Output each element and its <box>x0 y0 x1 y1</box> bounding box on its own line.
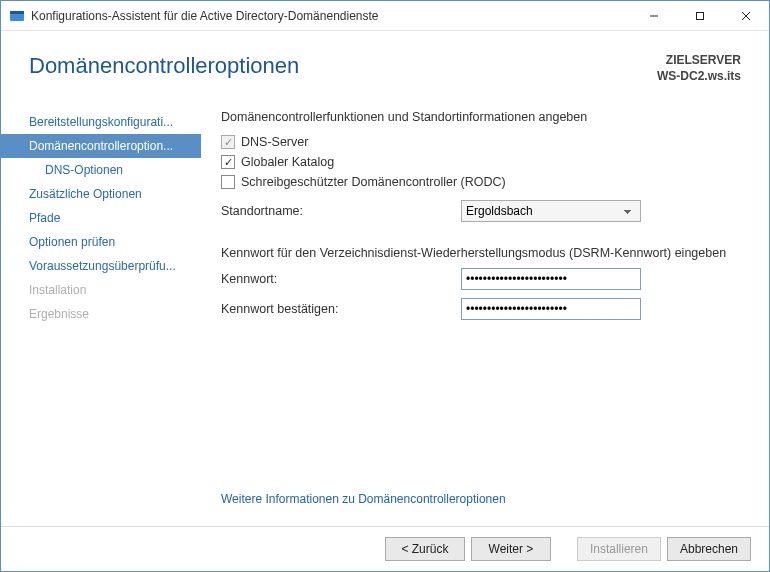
nav-item-results: Ergebnisse <box>1 302 201 326</box>
site-select[interactable]: Ergoldsbach <box>461 200 641 222</box>
dsrm-heading: Kennwort für den Verzeichnisdienst-Wiede… <box>221 246 745 260</box>
svg-rect-3 <box>697 12 704 19</box>
section-heading: Domänencontrollerfunktionen und Standort… <box>221 110 745 124</box>
minimize-button[interactable] <box>631 1 677 30</box>
nav-item-review-options[interactable]: Optionen prüfen <box>1 230 201 254</box>
nav-item-deployment-config[interactable]: Bereitstellungskonfigurati... <box>1 110 201 134</box>
nav-item-paths[interactable]: Pfade <box>1 206 201 230</box>
target-server-block: ZIELSERVER WS-DC2.ws.its <box>657 53 741 84</box>
password-confirm-field[interactable] <box>461 298 641 320</box>
checkbox-dns[interactable]: ✓ <box>221 135 235 149</box>
checkbox-gc-label: Globaler Katalog <box>241 155 334 169</box>
password-confirm-row: Kennwort bestätigen: <box>221 298 745 320</box>
wizard-content: Domänencontrollerfunktionen und Standort… <box>201 102 769 526</box>
site-row: Standortname: Ergoldsbach <box>221 200 745 222</box>
wizard-header: Domänencontrolleroptionen ZIELSERVER WS-… <box>1 31 769 102</box>
wizard-body: Bereitstellungskonfigurati... Domänencon… <box>1 102 769 526</box>
password-confirm-label: Kennwort bestätigen: <box>221 302 461 316</box>
target-label: ZIELSERVER <box>657 53 741 69</box>
window-title: Konfigurations-Assistent für die Active … <box>31 9 631 23</box>
dsrm-section: Kennwort für den Verzeichnisdienst-Wiede… <box>221 246 745 320</box>
nav-item-installation: Installation <box>1 278 201 302</box>
wizard-window: Konfigurations-Assistent für die Active … <box>0 0 770 572</box>
next-button[interactable]: Weiter > <box>471 537 551 561</box>
checkbox-row-gc: ✓ Globaler Katalog <box>221 155 745 169</box>
svg-rect-1 <box>10 11 24 14</box>
password-row: Kennwort: <box>221 268 745 290</box>
nav-item-dns-options[interactable]: DNS-Optionen <box>1 158 201 182</box>
maximize-button[interactable] <box>677 1 723 30</box>
titlebar: Konfigurations-Assistent für die Active … <box>1 1 769 31</box>
checkbox-rodc[interactable] <box>221 175 235 189</box>
target-value: WS-DC2.ws.its <box>657 69 741 85</box>
wizard-nav: Bereitstellungskonfigurati... Domänencon… <box>1 102 201 526</box>
footer-gap <box>557 537 571 561</box>
password-field[interactable] <box>461 268 641 290</box>
checkbox-rodc-label: Schreibgeschützter Domänencontroller (RO… <box>241 175 506 189</box>
back-button[interactable]: < Zurück <box>385 537 465 561</box>
more-info-link[interactable]: Weitere Informationen zu Domänencontroll… <box>221 492 745 506</box>
nav-item-dc-options[interactable]: Domänencontrolleroption... <box>1 134 201 158</box>
window-controls <box>631 1 769 30</box>
app-icon <box>9 8 25 24</box>
install-button: Installieren <box>577 537 661 561</box>
nav-item-prereq-check[interactable]: Voraussetzungsüberprüfu... <box>1 254 201 278</box>
cancel-button[interactable]: Abbrechen <box>667 537 751 561</box>
checkbox-row-rodc: Schreibgeschützter Domänencontroller (RO… <box>221 175 745 189</box>
checkbox-dns-label: DNS-Server <box>241 135 308 149</box>
wizard-footer: < Zurück Weiter > Installieren Abbrechen <box>1 526 769 571</box>
checkbox-gc[interactable]: ✓ <box>221 155 235 169</box>
page-title: Domänencontrolleroptionen <box>29 53 299 79</box>
close-button[interactable] <box>723 1 769 30</box>
nav-item-additional-options[interactable]: Zusätzliche Optionen <box>1 182 201 206</box>
site-label: Standortname: <box>221 204 461 218</box>
content-spacer <box>221 320 745 474</box>
password-label: Kennwort: <box>221 272 461 286</box>
checkbox-row-dns: ✓ DNS-Server <box>221 135 745 149</box>
